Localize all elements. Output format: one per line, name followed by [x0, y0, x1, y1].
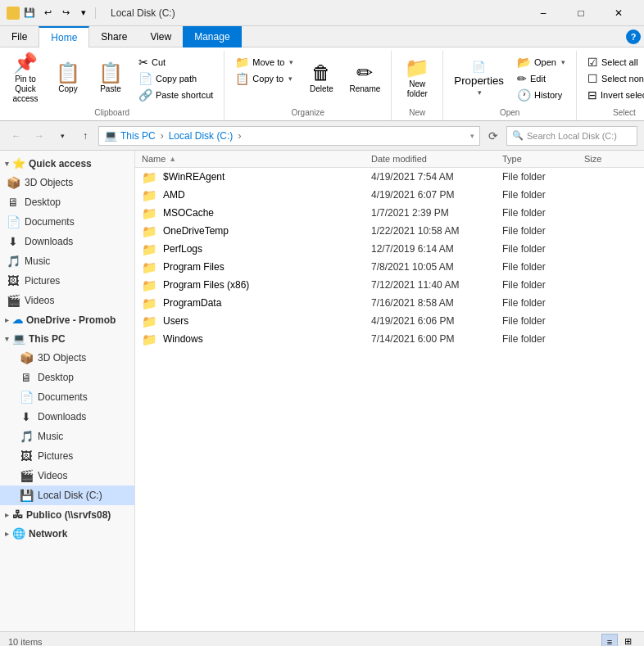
pictures-pc-label: Pictures [38, 450, 73, 462]
qat-separator [95, 7, 96, 19]
minimize-button[interactable]: – [524, 0, 562, 26]
table-row[interactable]: 📁 ProgramData 7/16/2021 8:58 AM File fol… [135, 294, 644, 312]
ribbon-group-new: 📁 New folder New [392, 51, 443, 120]
sidebar-item-videos[interactable]: 🎬 Videos [0, 291, 134, 310]
sidebar-item-desktop[interactable]: 🖥 Desktop [0, 192, 134, 212]
table-row[interactable]: 📁 Program Files (x86) 7/12/2021 11:40 AM… [135, 276, 644, 294]
large-icons-view-button[interactable]: ⊞ [619, 634, 636, 647]
delete-button[interactable]: 🗑 Delete [301, 54, 342, 103]
properties-label: Properties [454, 75, 504, 87]
qat-redo-button[interactable]: ↪ [57, 5, 74, 21]
sidebar-item-local-disk[interactable]: 💾 Local Disk (C:) [0, 486, 134, 505]
properties-icon: 📄 [472, 61, 486, 73]
search-bar[interactable]: 🔍 Search Local Disk (C:) [506, 126, 637, 146]
sidebar-section-onedrive[interactable]: ▸ ☁ OneDrive - Promob [0, 310, 134, 329]
select-none-button[interactable]: ☐ Select none [582, 70, 644, 87]
sidebar-item-documents[interactable]: 📄 Documents [0, 212, 134, 232]
sidebar-item-downloads[interactable]: ⬇ Downloads [0, 232, 134, 251]
qat-dropdown-button[interactable]: ▾ [75, 5, 92, 21]
col-header-type[interactable]: Type [502, 154, 584, 164]
address-bar[interactable]: 💻 This PC › Local Disk (C:) › ▾ [98, 126, 480, 146]
sidebar-item-desktop-pc[interactable]: 🖥 Desktop [0, 368, 134, 387]
select-all-button[interactable]: ☑ Select all [582, 54, 644, 70]
maximize-button[interactable]: □ [562, 0, 600, 26]
invert-selection-button[interactable]: ⊟ Invert selection [582, 87, 644, 103]
status-bar: 10 items ≡ ⊞ [0, 631, 644, 646]
sidebar-item-pictures-pc[interactable]: 🖼 Pictures [0, 446, 134, 466]
file-name: ProgramData [163, 297, 374, 309]
table-row[interactable]: 📁 PerfLogs 12/7/2019 6:14 AM File folder [135, 240, 644, 258]
copy-to-button[interactable]: 📋 Copy to ▾ [229, 70, 299, 87]
sidebar-item-3d-pc[interactable]: 📦 3D Objects [0, 348, 134, 368]
edit-button[interactable]: ✏ Edit [511, 70, 571, 87]
paste-button[interactable]: 📋 Paste [90, 54, 131, 103]
tab-view[interactable]: View [138, 26, 183, 47]
table-row[interactable]: 📁 $WinREAgent 4/19/2021 7:54 AM File fol… [135, 168, 644, 186]
refresh-button[interactable]: ⟳ [483, 126, 503, 146]
file-type: File folder [502, 225, 584, 237]
move-to-button[interactable]: 📁 Move to ▾ [229, 54, 299, 70]
help-button-area[interactable]: ? [623, 26, 644, 47]
open-button[interactable]: 📂 Open ▾ [511, 54, 571, 70]
network-icon: 🌐 [12, 527, 25, 540]
sidebar-section-quick-access[interactable]: ▾ ⭐ Quick access [0, 154, 134, 173]
clipboard-small-buttons: ✂ Cut 📄 Copy path 🔗 Paste shortcut [133, 54, 219, 103]
properties-button[interactable]: 📄 Properties ▾ [448, 54, 510, 103]
sidebar-section-network[interactable]: ▸ 🌐 Network [0, 524, 134, 543]
qat-save-button[interactable]: 💾 [21, 5, 38, 21]
col-header-size[interactable]: Size [584, 154, 644, 164]
table-row[interactable]: 📁 Windows 7/14/2021 6:00 PM File folder [135, 330, 644, 348]
col-header-date[interactable]: Date modified [371, 154, 502, 164]
new-group-content: 📁 New folder [397, 51, 438, 106]
sidebar-item-music[interactable]: 🎵 Music [0, 251, 134, 271]
breadcrumb-this-pc[interactable]: This PC [120, 130, 156, 142]
this-pc-label: This PC [29, 333, 66, 345]
back-button[interactable]: ← [7, 126, 26, 146]
delete-label: Delete [310, 84, 333, 94]
sidebar-item-downloads-pc[interactable]: ⬇ Downloads [0, 407, 134, 427]
sidebar-section-this-pc[interactable]: ▾ 💻 This PC [0, 329, 134, 348]
tab-manage[interactable]: Manage [183, 26, 241, 47]
sidebar-item-documents-pc[interactable]: 📄 Documents [0, 387, 134, 407]
breadcrumb-local-disk[interactable]: Local Disk (C:) [169, 130, 234, 142]
pictures-icon: 🖼 [7, 274, 20, 287]
table-row[interactable]: 📁 Program Files 7/8/2021 10:05 AM File f… [135, 258, 644, 276]
select-none-icon: ☐ [587, 72, 598, 85]
rename-button[interactable]: ✏ Rename [343, 54, 386, 103]
table-row[interactable]: 📁 MSOCache 1/7/2021 2:39 PM File folder [135, 204, 644, 222]
copy-button[interactable]: 📋 Copy [48, 54, 88, 103]
copy-path-button[interactable]: 📄 Copy path [133, 70, 219, 87]
sidebar-item-pictures[interactable]: 🖼 Pictures [0, 271, 134, 291]
paste-shortcut-button[interactable]: 🔗 Paste shortcut [133, 87, 219, 103]
new-folder-button[interactable]: 📁 New folder [397, 54, 438, 103]
file-date: 4/19/2021 7:54 AM [371, 171, 502, 183]
sidebar-item-music-pc[interactable]: 🎵 Music [0, 427, 134, 446]
sidebar-section-publico[interactable]: ▸ 🖧 Publico (\\srvfs08) [0, 505, 134, 524]
history-button[interactable]: 🕐 History [511, 87, 571, 103]
close-button[interactable]: ✕ [600, 0, 637, 26]
table-row[interactable]: 📁 OneDriveTemp 1/22/2021 10:58 AM File f… [135, 222, 644, 240]
pin-to-quick-access-button[interactable]: 📌 Pin to Quick access [5, 54, 46, 103]
file-date: 1/22/2021 10:58 AM [371, 225, 502, 237]
up-button[interactable]: ↑ [75, 126, 95, 146]
recent-button[interactable]: ▾ [52, 126, 72, 146]
sidebar-item-3d-objects[interactable]: 📦 3D Objects [0, 173, 134, 192]
tab-share[interactable]: Share [89, 26, 138, 47]
table-row[interactable]: 📁 Users 4/19/2021 6:06 PM File folder [135, 312, 644, 330]
forward-button[interactable]: → [29, 126, 49, 146]
file-type: File folder [502, 189, 584, 201]
table-row[interactable]: 📁 AMD 4/19/2021 6:07 PM File folder [135, 186, 644, 204]
tab-home[interactable]: Home [39, 26, 89, 47]
qat-undo-button[interactable]: ↩ [39, 5, 56, 21]
details-view-button[interactable]: ≡ [601, 634, 618, 647]
onedrive-label: OneDrive - Promob [26, 314, 116, 326]
clipboard-group-label: Clipboard [5, 106, 219, 120]
pictures-pc-icon: 🖼 [20, 449, 33, 463]
history-label: History [534, 90, 562, 100]
desktop-pc-icon: 🖥 [20, 371, 33, 384]
cut-button[interactable]: ✂ Cut [133, 54, 219, 70]
col-header-name[interactable]: Name ▲ [142, 154, 371, 164]
tab-file[interactable]: File [0, 26, 39, 47]
sidebar-item-videos-pc[interactable]: 🎬 Videos [0, 466, 134, 486]
onedrive-icon: ☁ [12, 314, 23, 326]
